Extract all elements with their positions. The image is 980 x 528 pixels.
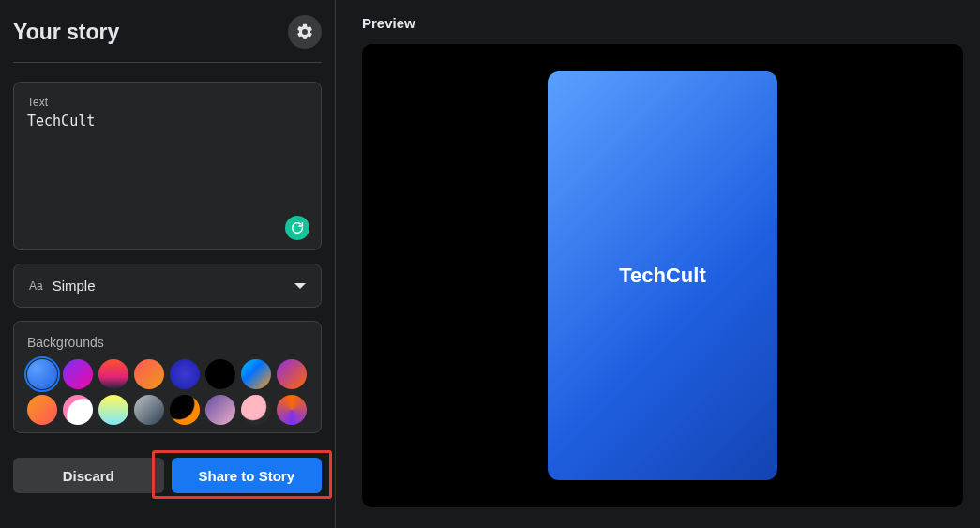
background-swatch-9[interactable] — [63, 395, 93, 425]
background-swatch-8[interactable] — [27, 395, 57, 425]
background-swatch-14[interactable] — [241, 395, 271, 425]
story-preview-card[interactable]: TechCult — [548, 71, 777, 480]
share-to-story-button[interactable]: Share to Story — [172, 458, 323, 493]
background-swatch-13[interactable] — [205, 395, 235, 425]
background-swatch-5[interactable] — [205, 359, 235, 389]
discard-button[interactable]: Discard — [13, 458, 164, 493]
background-swatch-15[interactable] — [277, 395, 307, 425]
font-icon: Aa — [29, 279, 43, 293]
background-swatch-4[interactable] — [170, 359, 200, 389]
sidebar-header: Your story — [13, 15, 322, 63]
background-swatch-10[interactable] — [98, 395, 128, 425]
background-swatch-7[interactable] — [277, 359, 307, 389]
background-swatch-12[interactable] — [170, 395, 200, 425]
font-style-select[interactable]: Aa Simple — [13, 264, 322, 308]
chevron-down-icon — [294, 283, 306, 289]
story-preview-text: TechCult — [619, 264, 705, 288]
gear-icon — [295, 23, 314, 41]
background-swatch-3[interactable] — [134, 359, 164, 389]
background-swatch-11[interactable] — [134, 395, 164, 425]
background-swatch-1[interactable] — [63, 359, 93, 389]
preview-pane: Preview TechCult — [336, 0, 980, 528]
page-title: Your story — [13, 20, 119, 45]
preview-label: Preview — [362, 15, 963, 31]
background-swatch-2[interactable] — [98, 359, 128, 389]
font-style-value: Simple — [53, 278, 294, 294]
preview-frame: TechCult — [362, 44, 963, 507]
background-swatch-grid — [27, 359, 308, 425]
story-text-input[interactable] — [27, 113, 308, 146]
background-swatch-6[interactable] — [241, 359, 271, 389]
footer-actions: Discard Share to Story — [13, 446, 322, 493]
backgrounds-card: Backgrounds — [13, 321, 322, 433]
grammarly-icon — [290, 220, 305, 235]
background-swatch-0[interactable] — [27, 359, 57, 389]
settings-button[interactable] — [288, 15, 322, 49]
backgrounds-label: Backgrounds — [27, 335, 308, 350]
story-text-card: Text — [13, 82, 322, 250]
text-field-label: Text — [27, 96, 308, 109]
story-editor-sidebar: Your story Text Aa Simple Backgrounds Di… — [0, 0, 336, 528]
grammarly-button[interactable] — [285, 216, 309, 240]
